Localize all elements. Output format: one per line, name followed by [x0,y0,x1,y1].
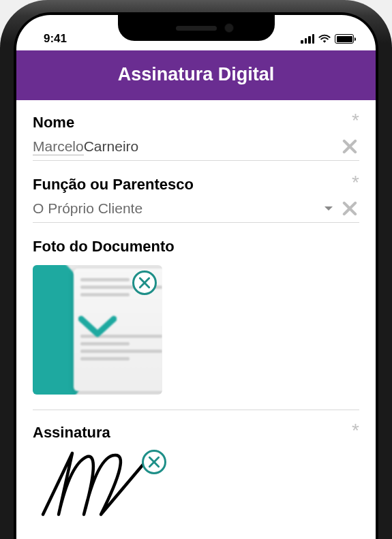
divider [33,410,359,410]
remove-signature-button[interactable] [142,450,166,474]
status-right [301,34,354,44]
field-signature: Assinatura * [33,424,359,518]
status-time: 9:41 [44,32,67,46]
close-icon [147,455,161,469]
clear-name-button[interactable] [340,137,359,156]
wifi-icon [318,34,331,44]
chevron-icon [78,315,117,339]
phone-frame: 9:41 Assinatura Digital [0,0,392,539]
name-label: Nome [33,114,74,132]
notch [118,15,275,41]
signature-label: Assinatura [33,424,110,442]
page-title: Assinatura Digital [16,50,376,100]
front-camera [224,23,234,33]
screen: 9:41 Assinatura Digital [16,15,376,539]
role-label: Função ou Parentesco [33,176,194,194]
clear-role-button[interactable] [340,199,359,218]
chevron-down-icon[interactable] [324,203,333,214]
speaker [176,26,217,31]
name-input[interactable]: Marcelo Carneiro [33,138,333,155]
battery-icon [335,34,354,44]
close-icon [340,199,359,218]
field-role: Função ou Parentesco * O Próprio Cliente [33,176,359,223]
name-value-first: Marcelo [33,138,84,155]
required-star-icon: * [352,114,359,127]
signature-canvas[interactable] [33,450,183,518]
close-icon [138,276,151,290]
name-value-last: Carneiro [84,138,139,155]
remove-document-button[interactable] [132,271,157,295]
required-star-icon: * [352,424,359,437]
required-star-icon: * [352,176,359,189]
document-label: Foto do Documento [33,238,175,256]
field-name: Nome * Marcelo Carneiro [33,114,359,161]
document-thumbnail[interactable] [33,265,162,395]
form-content: Nome * Marcelo Carneiro [16,100,376,539]
close-icon [340,137,359,156]
phone-inner: 9:41 Assinatura Digital [14,12,378,539]
cellular-signal-icon [301,34,314,44]
field-document: Foto do Documento [33,238,359,395]
role-select[interactable]: O Próprio Cliente [33,200,317,217]
